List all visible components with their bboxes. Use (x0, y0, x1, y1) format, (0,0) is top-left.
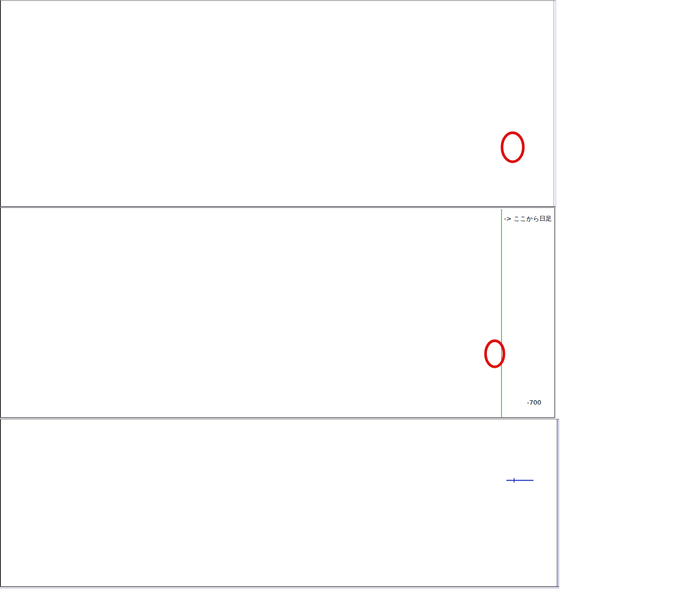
highlight-circle (502, 133, 523, 162)
charts-canvas (0, 0, 700, 605)
crosshair-value-label: -700 (521, 399, 541, 406)
stock-chart-workspace: -> ここから日足 -700 (0, 0, 700, 605)
daily-switch-note: -> ここから日足 (504, 214, 552, 223)
